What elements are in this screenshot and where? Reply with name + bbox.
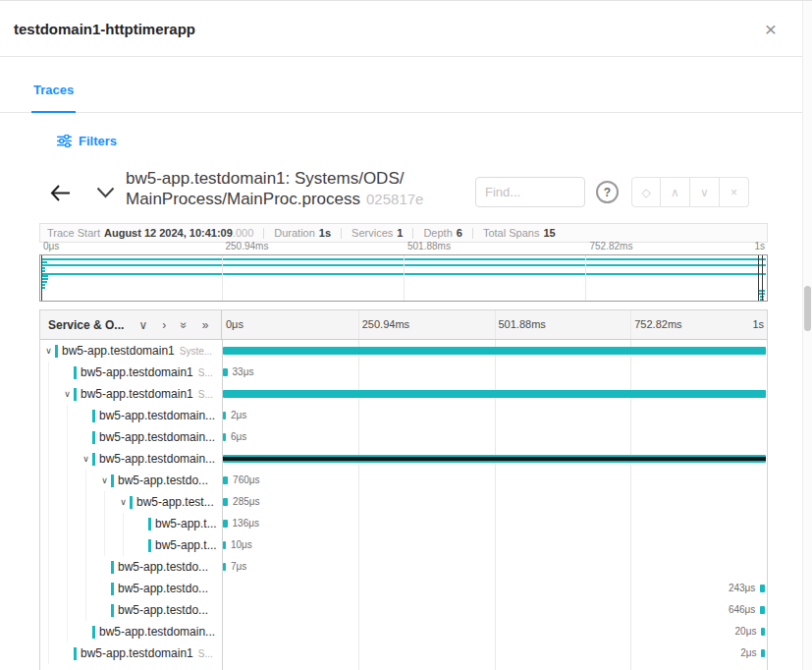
span-timeline-cell[interactable]: 2μs [222,405,767,426]
span-timeline-cell[interactable]: 646μs [222,599,767,621]
vertical-scrollbar[interactable] [802,1,812,670]
meta-divider [263,228,264,239]
prev-match-button[interactable]: ∧ [661,177,690,207]
span-row[interactable]: bw5-app.testdomain1S...2μs [40,642,767,664]
span-row[interactable]: bw5-app.t...136μs [40,513,767,534]
span-service-name[interactable]: bw5-app.testdomain1 [81,387,193,401]
help-button[interactable]: ? [596,181,619,203]
span-timeline-cell[interactable] [222,340,767,362]
span-expand-chevron-icon[interactable]: ∨ [98,476,111,485]
span-service-name[interactable]: bw5-app.testdomain1 [81,365,193,379]
span-timeline-cell[interactable]: 136μs [222,513,767,534]
timeline-minimap[interactable] [39,254,768,302]
trace-title-line1: bw5-app.testdomain1: Systems/ODS/ [126,169,404,188]
clear-find-button[interactable]: × [720,177,749,207]
tree-indent-guide [61,470,80,491]
service-color-bar [92,626,95,639]
span-duration-bar[interactable] [760,585,765,592]
span-service-name[interactable]: bw5-app.testdomain... [99,430,215,444]
trace-title-line2: MainProcess/MainProc.process [126,190,360,208]
find-input[interactable] [475,177,585,207]
span-timeline-cell[interactable]: 20μs [222,621,767,642]
tree-indent-guide [61,491,80,513]
minimap-left-scrubber[interactable] [41,255,42,301]
span-service-name[interactable]: bw5-app.t... [155,538,217,552]
span-row[interactable]: ∨bw5-app.testdomain1S... [40,383,767,405]
span-timeline-cell[interactable] [222,383,767,405]
span-service-name[interactable]: bw5-app.testdomain1 [62,344,175,358]
minimap-right-scrubber[interactable] [758,255,759,301]
span-row[interactable]: ∨bw5-app.testdomain1Syste... [40,340,767,362]
span-expand-chevron-icon[interactable]: ∨ [117,498,130,507]
span-timeline-cell[interactable] [222,448,767,470]
span-row[interactable]: bw5-app.testdo...646μs [40,599,767,621]
span-duration-bar[interactable] [223,433,226,441]
span-duration-bar[interactable] [223,541,226,549]
span-timeline-cell[interactable]: 2μs [222,642,767,664]
span-service-name[interactable]: bw5-app.testdo... [118,603,208,617]
span-expand-chevron-icon[interactable]: ∨ [80,455,92,464]
grid-line [358,310,359,339]
span-timeline-cell[interactable]: 7μs [222,556,767,578]
span-duration-bar[interactable] [223,347,766,355]
close-button[interactable]: × [765,19,777,39]
span-timeline-cell[interactable]: 285μs [222,491,767,513]
span-row[interactable]: bw5-app.testdo...7μs [40,556,767,578]
filters-button[interactable]: Filters [57,134,117,148]
span-duration-bar[interactable] [223,476,228,484]
span-duration-bar[interactable] [761,628,764,636]
span-duration-bar[interactable] [223,498,228,506]
span-service-name[interactable]: bw5-app.testdomain1 [81,646,193,660]
span-expand-chevron-icon[interactable]: ∨ [61,390,74,399]
scrollbar-thumb[interactable] [804,286,811,331]
span-operation-name: S... [198,367,213,378]
next-match-button[interactable]: ∨ [690,177,720,207]
span-duration-bar[interactable] [223,390,766,398]
span-service-name[interactable]: bw5-app.testdomain... [99,409,215,422]
chevron-down-icon[interactable]: ∨ [138,319,147,331]
span-duration-bar[interactable] [761,649,764,657]
span-duration-bar[interactable] [223,455,766,463]
span-row[interactable]: ∨bw5-app.testdomain... [40,448,767,470]
tree-indent-guide [61,578,80,599]
tab-traces[interactable]: Traces [31,83,76,113]
span-service-name[interactable]: bw5-app.test... [136,495,214,509]
minimap-right-scrubber-edge[interactable] [762,255,763,301]
service-column-label[interactable]: Service & O... [48,318,124,332]
span-duration-bar[interactable] [760,606,765,614]
span-row[interactable]: ∨bw5-app.test...285μs [40,491,767,513]
span-row[interactable]: bw5-app.testdomain...6μs [40,426,767,448]
span-duration-bar[interactable] [223,368,227,376]
double-chevron-right-icon[interactable]: » [202,319,209,331]
span-service-name[interactable]: bw5-app.testdo... [118,560,208,574]
span-row[interactable]: bw5-app.testdo...243μs [40,578,767,599]
modal-title: testdomain1-httptimerapp [14,21,195,37]
span-duration-bar[interactable] [223,563,226,571]
span-expand-chevron-icon[interactable]: ∨ [42,347,55,356]
double-chevron-down-icon[interactable]: » [179,321,190,328]
span-timeline-cell[interactable]: 33μs [222,362,767,383]
span-timeline-cell[interactable]: 6μs [222,426,767,448]
span-row[interactable]: bw5-app.testdomain1S...33μs [40,362,767,383]
chevron-right-icon[interactable]: › [162,319,166,331]
span-timeline-cell[interactable]: 10μs [222,534,767,556]
tree-indent-guide [42,405,61,426]
span-service-name[interactable]: bw5-app.testdo... [118,582,208,595]
span-row[interactable]: bw5-app.testdomain...20μs [40,621,767,642]
trace-collapse-button[interactable] [88,174,122,211]
span-duration-bar[interactable] [223,520,227,528]
back-button[interactable] [39,170,81,215]
span-duration-label: 2μs [231,410,246,420]
meta-divider [472,228,473,239]
span-service-name[interactable]: bw5-app.testdomain... [99,625,215,639]
span-row[interactable]: bw5-app.testdomain...2μs [40,405,767,426]
span-timeline-cell[interactable]: 760μs [222,470,767,491]
span-timeline-cell[interactable]: 243μs [222,578,767,599]
span-row[interactable]: ∨bw5-app.testdo...760μs [40,470,767,491]
span-service-name[interactable]: bw5-app.t... [155,517,217,530]
focus-match-button[interactable]: ◇ [631,177,661,207]
span-duration-bar[interactable] [223,412,226,419]
span-service-name[interactable]: bw5-app.testdomain... [99,452,215,466]
span-service-name[interactable]: bw5-app.testdo... [118,474,208,487]
span-row[interactable]: bw5-app.t...10μs [40,534,767,556]
